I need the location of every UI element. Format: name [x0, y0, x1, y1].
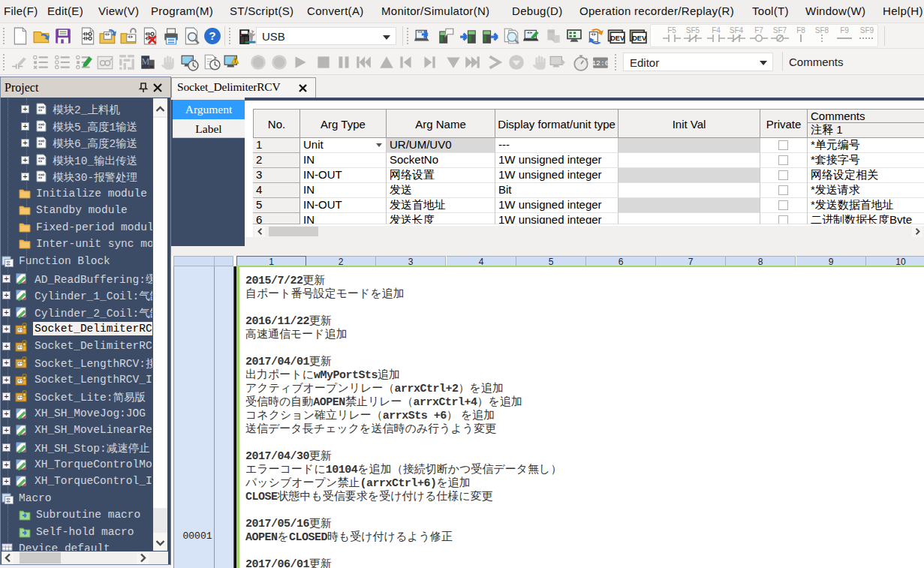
svg-text:DEV: DEV	[632, 35, 647, 42]
svg-text:M: M	[141, 56, 149, 67]
svg-text:12:0: 12:0	[591, 59, 609, 68]
svg-text:!: !	[234, 57, 236, 64]
svg-text:?: ?	[209, 29, 215, 42]
svg-text:DEV: DEV	[610, 35, 625, 42]
